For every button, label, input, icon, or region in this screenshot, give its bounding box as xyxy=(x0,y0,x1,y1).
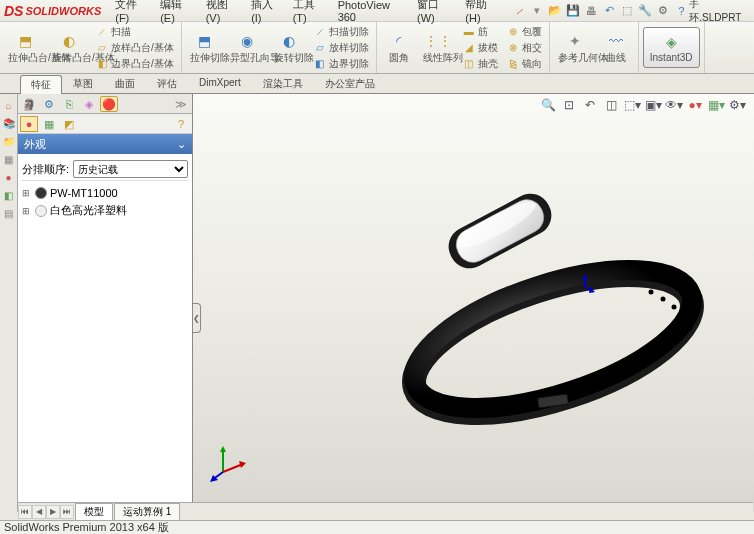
wrap-button[interactable]: ⊕包覆 xyxy=(503,24,545,40)
apply-scene-icon[interactable]: ▦▾ xyxy=(707,96,725,114)
options-icon[interactable]: ⚙ xyxy=(655,3,671,19)
hide-show-icon[interactable]: 👁▾ xyxy=(665,96,683,114)
ribbon-group-cut: ⬒ 拉伸切除 ◉ 异型孔向导 ◐ 旋转切除 ⟋扫描切除 ▱放样切除 ◧边界切除 xyxy=(182,22,377,73)
select-icon[interactable]: ⬚ xyxy=(619,3,635,19)
mirror-button[interactable]: ⧎镜向 xyxy=(503,56,545,72)
revolve-cut-icon: ◐ xyxy=(279,31,299,51)
ref-geom-button[interactable]: ✦ 参考几何体 xyxy=(554,29,596,67)
rebuild-icon[interactable]: 🔧 xyxy=(637,3,653,19)
revolve-boss-button[interactable]: ◐ 旋转凸台/基体 xyxy=(48,29,90,67)
section-view-icon[interactable]: ◫ xyxy=(602,96,620,114)
instant3d-button[interactable]: ◈ Instant3D xyxy=(643,27,700,68)
hole-wizard-button[interactable]: ◉ 异型孔向导 xyxy=(226,29,268,67)
property-manager-tab[interactable]: ⚙ xyxy=(40,96,58,112)
display-manager-tab[interactable]: 🔴 xyxy=(100,96,118,112)
appearances-icon[interactable]: ● xyxy=(2,170,16,184)
extrude-cut-button[interactable]: ⬒ 拉伸切除 xyxy=(186,29,224,67)
extrude-cut-icon: ⬒ xyxy=(195,31,215,51)
svg-point-6 xyxy=(688,326,693,331)
view-palette-icon[interactable]: ▦ xyxy=(2,152,16,166)
save-icon[interactable]: 💾 xyxy=(565,3,581,19)
help-icon[interactable]: ? xyxy=(673,3,689,19)
command-tabs: 特征 草图 曲面 评估 DimXpert 渲染工具 办公室产品 xyxy=(0,74,754,94)
appearance-item-1[interactable]: ⊞ 白色高光泽塑料 xyxy=(22,201,188,220)
tab-nav-last-icon[interactable]: ⏭ xyxy=(60,505,74,519)
linear-pattern-button[interactable]: ⋮⋮ 线性阵列 xyxy=(419,29,457,67)
rib-button[interactable]: ▬筋 xyxy=(459,24,501,40)
revolve-cut-button[interactable]: ◐ 旋转切除 xyxy=(270,29,308,67)
dimxpert-manager-tab[interactable]: ◈ xyxy=(80,96,98,112)
rotate-pivot-icon xyxy=(573,274,597,298)
design-library-icon[interactable]: 📚 xyxy=(2,116,16,130)
panel-header: 外观 ⌄ xyxy=(18,134,192,154)
config-manager-tab[interactable]: ⎘ xyxy=(60,96,78,112)
appearance-display-tab[interactable]: ● xyxy=(20,116,38,132)
display-style-icon[interactable]: ▣▾ xyxy=(644,96,662,114)
appearance-item-0[interactable]: ⊞ PW-MT11000 xyxy=(22,185,188,201)
panel-body: 分排顺序: 历史记载 ⊞ PW-MT11000 ⊞ 白色高光泽塑料 xyxy=(18,154,192,512)
decal-tab[interactable]: ◩ xyxy=(60,116,78,132)
feature-tree-tab[interactable]: 🗿 xyxy=(20,96,38,112)
task-icon[interactable]: ▤ xyxy=(2,206,16,220)
tab-nav-next-icon[interactable]: ▶ xyxy=(46,505,60,519)
linear-pattern-icon: ⋮⋮ xyxy=(428,31,448,51)
intersect-icon: ⊗ xyxy=(506,41,520,55)
undo-icon[interactable]: ↶ xyxy=(601,3,617,19)
panel-pin-icon[interactable]: ≫ xyxy=(172,96,190,112)
tab-surfaces[interactable]: 曲面 xyxy=(104,74,146,93)
tab-render[interactable]: 渲染工具 xyxy=(252,74,314,93)
svg-point-3 xyxy=(661,297,666,302)
tab-evaluate[interactable]: 评估 xyxy=(146,74,188,93)
svg-point-5 xyxy=(681,315,686,320)
scene-tab[interactable]: ▦ xyxy=(40,116,58,132)
boundary-button[interactable]: ◧边界凸台/基体 xyxy=(92,56,177,72)
swoosh-icon[interactable]: ⟋ xyxy=(511,3,527,19)
open-icon[interactable]: 📂 xyxy=(547,3,563,19)
draft-button[interactable]: ◢拔模 xyxy=(459,40,501,56)
sort-select[interactable]: 历史记载 xyxy=(73,160,188,178)
tab-nav-prev-icon[interactable]: ◀ xyxy=(32,505,46,519)
shell-button[interactable]: ◫抽壳 xyxy=(459,56,501,72)
svg-marker-14 xyxy=(589,287,595,293)
menu-photoview[interactable]: PhotoView 360 xyxy=(332,0,411,25)
resources-icon[interactable]: ⌂ xyxy=(2,98,16,112)
graphics-viewport[interactable]: ❮ 🔍 ⊡ ↶ ◫ ⬚▾ ▣▾ 👁▾ ●▾ ▦▾ ⚙▾ xyxy=(193,94,754,512)
view-settings-icon[interactable]: ⚙▾ xyxy=(728,96,746,114)
view-orient-icon[interactable]: ⬚▾ xyxy=(623,96,641,114)
file-explorer-icon[interactable]: 📁 xyxy=(2,134,16,148)
expand-icon[interactable]: ⊞ xyxy=(22,206,32,216)
sweep-cut-button[interactable]: ⟋扫描切除 xyxy=(310,24,372,40)
logo-icon: DS xyxy=(4,3,23,19)
main-area: ⌂ 📚 📁 ▦ ● ◧ ▤ 🗿 ⚙ ⎘ ◈ 🔴 ≫ ● ▦ ◩ ? 外观 ⌄ xyxy=(0,94,754,512)
curves-button[interactable]: 〰 曲线 xyxy=(598,29,634,67)
loft-cut-button[interactable]: ▱放样切除 xyxy=(310,40,372,56)
loft-button[interactable]: ▱放样凸台/基体 xyxy=(92,40,177,56)
zoom-area-icon[interactable]: ⊡ xyxy=(560,96,578,114)
sort-label: 分排顺序: xyxy=(22,162,69,177)
new-icon[interactable]: ▾ xyxy=(529,3,545,19)
panel-help-icon[interactable]: ? xyxy=(172,116,190,132)
boundary-cut-button[interactable]: ◧边界切除 xyxy=(310,56,372,72)
prev-view-icon[interactable]: ↶ xyxy=(581,96,599,114)
tab-office[interactable]: 办公室产品 xyxy=(314,74,386,93)
custom-props-icon[interactable]: ◧ xyxy=(2,188,16,202)
intersect-button[interactable]: ⊗相交 xyxy=(503,40,545,56)
motion-study-tab[interactable]: 运动算例 1 xyxy=(114,503,180,521)
edit-appearance-icon[interactable]: ●▾ xyxy=(686,96,704,114)
tab-features[interactable]: 特征 xyxy=(20,75,62,94)
expand-icon[interactable]: ⊞ xyxy=(22,188,32,198)
panel-splitter[interactable]: ❮ xyxy=(193,303,201,333)
heads-up-toolbar: 🔍 ⊡ ↶ ◫ ⬚▾ ▣▾ 👁▾ ●▾ ▦▾ ⚙▾ xyxy=(539,96,746,114)
tab-dimxpert[interactable]: DimXpert xyxy=(188,74,252,93)
orientation-triad[interactable] xyxy=(208,442,248,482)
zoom-fit-icon[interactable]: 🔍 xyxy=(539,96,557,114)
statusbar: SolidWorks Premium 2013 x64 版 xyxy=(0,520,754,534)
tab-nav-first-icon[interactable]: ⏮ xyxy=(18,505,32,519)
extrude-boss-button[interactable]: ⬒ 拉伸凸台/基体 xyxy=(4,29,46,67)
tab-sketch[interactable]: 草图 xyxy=(62,74,104,93)
print-icon[interactable]: 🖶 xyxy=(583,3,599,19)
model-tab[interactable]: 模型 xyxy=(75,503,113,521)
panel-expand-icon[interactable]: ⌄ xyxy=(177,138,186,151)
fillet-button[interactable]: ◜ 圆角 xyxy=(381,29,417,67)
sweep-button[interactable]: ⟋扫描 xyxy=(92,24,177,40)
